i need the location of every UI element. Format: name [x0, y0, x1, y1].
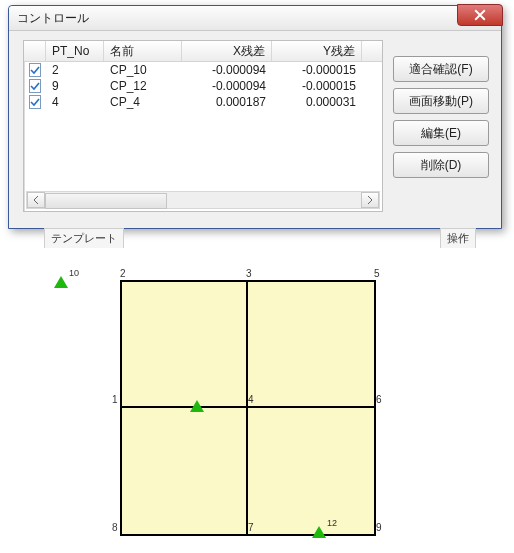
cell-ptno: 4 — [46, 95, 104, 109]
label-p8: 8 — [112, 522, 118, 533]
button-column: 適合確認(F) 画面移動(P) 編集(E) 削除(D) — [393, 56, 489, 178]
label-p2: 2 — [120, 268, 126, 279]
control-dialog: コントロール PT_No 名前 X残差 Y残差 2CP_10-0.000094-… — [8, 5, 502, 229]
row-checkbox[interactable] — [29, 63, 41, 77]
scroll-track[interactable] — [45, 193, 361, 207]
cell-xres: -0.000094 — [182, 79, 272, 93]
triangle-marker-12: 12 — [312, 526, 326, 538]
label-p9: 9 — [376, 522, 382, 533]
label-p1: 1 — [112, 394, 118, 405]
cell-name: CP_4 — [104, 95, 182, 109]
col-xres[interactable]: X残差 — [182, 41, 272, 61]
close-icon — [474, 9, 486, 21]
col-name[interactable]: 名前 — [104, 41, 182, 61]
h-scrollbar[interactable] — [26, 191, 380, 209]
tab-fragment-right: 操作 — [440, 228, 476, 248]
row-checkbox[interactable] — [29, 79, 41, 93]
check-icon — [30, 65, 40, 75]
triangle-marker-10: 10 — [54, 276, 68, 288]
close-button[interactable] — [457, 4, 503, 26]
label-p6: 6 — [376, 394, 382, 405]
titlebar: コントロール — [9, 6, 501, 31]
cell-name: CP_12 — [104, 79, 182, 93]
delete-button[interactable]: 削除(D) — [393, 152, 489, 178]
check-icon — [30, 81, 40, 91]
label-p5: 5 — [374, 268, 380, 279]
column-headers: PT_No 名前 X残差 Y残差 — [24, 41, 382, 62]
cell-yres: 0.000031 — [272, 95, 362, 109]
tab-fragment-left: テンプレート — [44, 228, 124, 248]
triangle-label-12: 12 — [327, 518, 337, 528]
table-row[interactable]: 9CP_12-0.000094-0.000015 — [24, 78, 382, 94]
cell-ptno: 9 — [46, 79, 104, 93]
cell-ptno: 2 — [46, 63, 104, 77]
triangle-marker-mid — [190, 400, 204, 412]
label-p7: 7 — [248, 522, 254, 533]
table-row[interactable]: 4CP_40.0001870.000031 — [24, 94, 382, 110]
col-ptno[interactable]: PT_No — [46, 41, 104, 61]
scroll-left-button[interactable] — [27, 192, 45, 208]
col-check[interactable] — [24, 41, 46, 61]
grid-cell-br — [246, 406, 376, 536]
label-p4: 4 — [248, 394, 254, 405]
scroll-right-button[interactable] — [361, 192, 379, 208]
fit-check-button[interactable]: 適合確認(F) — [393, 56, 489, 82]
grid-cell-tr — [246, 280, 376, 410]
chevron-right-icon — [367, 196, 373, 204]
cell-yres: -0.000015 — [272, 79, 362, 93]
table-row[interactable]: 2CP_10-0.000094-0.000015 — [24, 62, 382, 78]
cell-xres: 0.000187 — [182, 95, 272, 109]
cell-yres: -0.000015 — [272, 63, 362, 77]
cell-name: CP_10 — [104, 63, 182, 77]
col-yres[interactable]: Y残差 — [272, 41, 362, 61]
cell-xres: -0.000094 — [182, 63, 272, 77]
dialog-title: コントロール — [17, 10, 89, 27]
grid-canvas: 2 3 5 1 4 6 8 7 9 10 12 — [30, 262, 490, 547]
triangle-label-10: 10 — [69, 268, 79, 278]
data-list: PT_No 名前 X残差 Y残差 2CP_10-0.000094-0.00001… — [23, 40, 383, 212]
grid-cell-tl — [120, 280, 250, 410]
rows-container: 2CP_10-0.000094-0.0000159CP_12-0.000094-… — [24, 62, 382, 110]
pan-button[interactable]: 画面移動(P) — [393, 88, 489, 114]
check-icon — [30, 97, 40, 107]
label-p3: 3 — [246, 268, 252, 279]
scroll-thumb[interactable] — [45, 193, 167, 209]
grid-cell-bl — [120, 406, 250, 536]
chevron-left-icon — [33, 196, 39, 204]
row-checkbox[interactable] — [29, 95, 41, 109]
edit-button[interactable]: 編集(E) — [393, 120, 489, 146]
